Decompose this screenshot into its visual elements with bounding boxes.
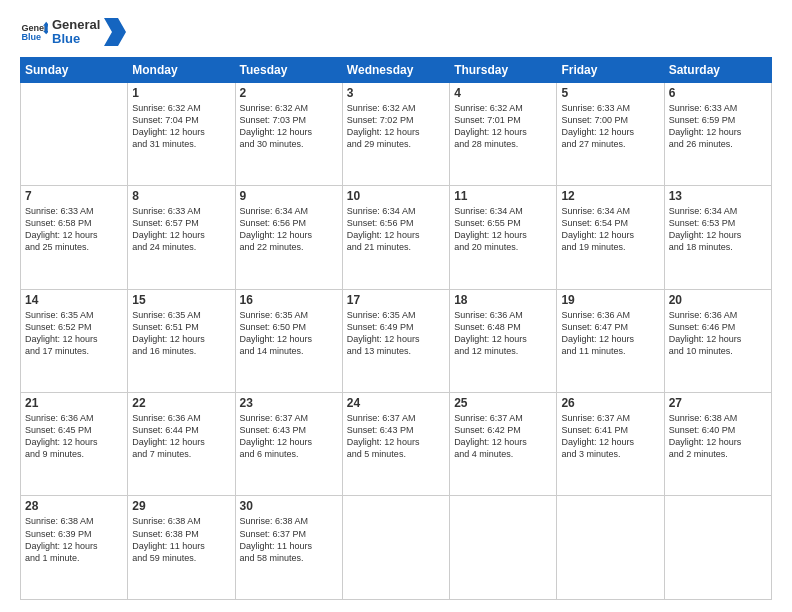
day-number: 17 <box>347 293 445 307</box>
day-number: 7 <box>25 189 123 203</box>
calendar-cell: 25Sunrise: 6:37 AM Sunset: 6:42 PM Dayli… <box>450 393 557 496</box>
cell-sun-info: Sunrise: 6:32 AM Sunset: 7:02 PM Dayligh… <box>347 102 445 151</box>
day-number: 1 <box>132 86 230 100</box>
day-number: 20 <box>669 293 767 307</box>
day-number: 26 <box>561 396 659 410</box>
cell-sun-info: Sunrise: 6:38 AM Sunset: 6:38 PM Dayligh… <box>132 515 230 564</box>
cell-sun-info: Sunrise: 6:35 AM Sunset: 6:52 PM Dayligh… <box>25 309 123 358</box>
logo-icon: General Blue <box>20 18 48 46</box>
calendar-cell: 21Sunrise: 6:36 AM Sunset: 6:45 PM Dayli… <box>21 393 128 496</box>
day-number: 22 <box>132 396 230 410</box>
calendar-cell: 30Sunrise: 6:38 AM Sunset: 6:37 PM Dayli… <box>235 496 342 600</box>
day-number: 11 <box>454 189 552 203</box>
cell-sun-info: Sunrise: 6:35 AM Sunset: 6:50 PM Dayligh… <box>240 309 338 358</box>
calendar-cell: 22Sunrise: 6:36 AM Sunset: 6:44 PM Dayli… <box>128 393 235 496</box>
calendar-cell: 15Sunrise: 6:35 AM Sunset: 6:51 PM Dayli… <box>128 289 235 392</box>
calendar-cell <box>342 496 449 600</box>
calendar-cell: 10Sunrise: 6:34 AM Sunset: 6:56 PM Dayli… <box>342 186 449 289</box>
calendar-cell: 7Sunrise: 6:33 AM Sunset: 6:58 PM Daylig… <box>21 186 128 289</box>
cell-sun-info: Sunrise: 6:32 AM Sunset: 7:04 PM Dayligh… <box>132 102 230 151</box>
day-number: 5 <box>561 86 659 100</box>
logo-blue: Blue <box>52 32 100 46</box>
day-number: 27 <box>669 396 767 410</box>
day-number: 29 <box>132 499 230 513</box>
day-number: 19 <box>561 293 659 307</box>
calendar-cell: 13Sunrise: 6:34 AM Sunset: 6:53 PM Dayli… <box>664 186 771 289</box>
weekday-header-wednesday: Wednesday <box>342 57 449 82</box>
logo: General Blue General Blue <box>20 18 126 47</box>
day-number: 24 <box>347 396 445 410</box>
weekday-header-saturday: Saturday <box>664 57 771 82</box>
calendar-cell <box>664 496 771 600</box>
day-number: 10 <box>347 189 445 203</box>
cell-sun-info: Sunrise: 6:32 AM Sunset: 7:01 PM Dayligh… <box>454 102 552 151</box>
cell-sun-info: Sunrise: 6:35 AM Sunset: 6:51 PM Dayligh… <box>132 309 230 358</box>
svg-text:Blue: Blue <box>21 33 41 43</box>
cell-sun-info: Sunrise: 6:34 AM Sunset: 6:54 PM Dayligh… <box>561 205 659 254</box>
day-number: 8 <box>132 189 230 203</box>
calendar-cell: 27Sunrise: 6:38 AM Sunset: 6:40 PM Dayli… <box>664 393 771 496</box>
calendar-header-row: SundayMondayTuesdayWednesdayThursdayFrid… <box>21 57 772 82</box>
calendar-cell: 4Sunrise: 6:32 AM Sunset: 7:01 PM Daylig… <box>450 82 557 185</box>
logo-general: General <box>52 18 100 32</box>
day-number: 30 <box>240 499 338 513</box>
cell-sun-info: Sunrise: 6:37 AM Sunset: 6:41 PM Dayligh… <box>561 412 659 461</box>
calendar-cell: 23Sunrise: 6:37 AM Sunset: 6:43 PM Dayli… <box>235 393 342 496</box>
calendar-week-row: 1Sunrise: 6:32 AM Sunset: 7:04 PM Daylig… <box>21 82 772 185</box>
weekday-header-monday: Monday <box>128 57 235 82</box>
svg-marker-3 <box>104 18 126 46</box>
cell-sun-info: Sunrise: 6:32 AM Sunset: 7:03 PM Dayligh… <box>240 102 338 151</box>
weekday-header-friday: Friday <box>557 57 664 82</box>
calendar-cell: 28Sunrise: 6:38 AM Sunset: 6:39 PM Dayli… <box>21 496 128 600</box>
calendar-cell: 14Sunrise: 6:35 AM Sunset: 6:52 PM Dayli… <box>21 289 128 392</box>
cell-sun-info: Sunrise: 6:36 AM Sunset: 6:45 PM Dayligh… <box>25 412 123 461</box>
day-number: 2 <box>240 86 338 100</box>
calendar-cell: 3Sunrise: 6:32 AM Sunset: 7:02 PM Daylig… <box>342 82 449 185</box>
calendar-cell: 9Sunrise: 6:34 AM Sunset: 6:56 PM Daylig… <box>235 186 342 289</box>
cell-sun-info: Sunrise: 6:34 AM Sunset: 6:56 PM Dayligh… <box>240 205 338 254</box>
cell-sun-info: Sunrise: 6:38 AM Sunset: 6:39 PM Dayligh… <box>25 515 123 564</box>
cell-sun-info: Sunrise: 6:36 AM Sunset: 6:44 PM Dayligh… <box>132 412 230 461</box>
day-number: 12 <box>561 189 659 203</box>
cell-sun-info: Sunrise: 6:36 AM Sunset: 6:48 PM Dayligh… <box>454 309 552 358</box>
cell-sun-info: Sunrise: 6:35 AM Sunset: 6:49 PM Dayligh… <box>347 309 445 358</box>
calendar-cell: 26Sunrise: 6:37 AM Sunset: 6:41 PM Dayli… <box>557 393 664 496</box>
header: General Blue General Blue <box>20 18 772 47</box>
cell-sun-info: Sunrise: 6:33 AM Sunset: 6:59 PM Dayligh… <box>669 102 767 151</box>
calendar-cell: 1Sunrise: 6:32 AM Sunset: 7:04 PM Daylig… <box>128 82 235 185</box>
calendar-week-row: 14Sunrise: 6:35 AM Sunset: 6:52 PM Dayli… <box>21 289 772 392</box>
cell-sun-info: Sunrise: 6:34 AM Sunset: 6:53 PM Dayligh… <box>669 205 767 254</box>
calendar-cell: 2Sunrise: 6:32 AM Sunset: 7:03 PM Daylig… <box>235 82 342 185</box>
day-number: 23 <box>240 396 338 410</box>
calendar-cell: 24Sunrise: 6:37 AM Sunset: 6:43 PM Dayli… <box>342 393 449 496</box>
cell-sun-info: Sunrise: 6:37 AM Sunset: 6:43 PM Dayligh… <box>347 412 445 461</box>
day-number: 25 <box>454 396 552 410</box>
cell-sun-info: Sunrise: 6:34 AM Sunset: 6:55 PM Dayligh… <box>454 205 552 254</box>
calendar-cell: 29Sunrise: 6:38 AM Sunset: 6:38 PM Dayli… <box>128 496 235 600</box>
calendar-cell: 8Sunrise: 6:33 AM Sunset: 6:57 PM Daylig… <box>128 186 235 289</box>
day-number: 18 <box>454 293 552 307</box>
cell-sun-info: Sunrise: 6:34 AM Sunset: 6:56 PM Dayligh… <box>347 205 445 254</box>
day-number: 3 <box>347 86 445 100</box>
cell-sun-info: Sunrise: 6:38 AM Sunset: 6:37 PM Dayligh… <box>240 515 338 564</box>
cell-sun-info: Sunrise: 6:33 AM Sunset: 6:58 PM Dayligh… <box>25 205 123 254</box>
calendar-cell: 16Sunrise: 6:35 AM Sunset: 6:50 PM Dayli… <box>235 289 342 392</box>
day-number: 14 <box>25 293 123 307</box>
day-number: 15 <box>132 293 230 307</box>
calendar-cell <box>21 82 128 185</box>
weekday-header-tuesday: Tuesday <box>235 57 342 82</box>
calendar-cell: 5Sunrise: 6:33 AM Sunset: 7:00 PM Daylig… <box>557 82 664 185</box>
calendar-cell <box>557 496 664 600</box>
calendar-week-row: 21Sunrise: 6:36 AM Sunset: 6:45 PM Dayli… <box>21 393 772 496</box>
day-number: 21 <box>25 396 123 410</box>
calendar-cell: 19Sunrise: 6:36 AM Sunset: 6:47 PM Dayli… <box>557 289 664 392</box>
calendar-table: SundayMondayTuesdayWednesdayThursdayFrid… <box>20 57 772 600</box>
calendar-cell <box>450 496 557 600</box>
cell-sun-info: Sunrise: 6:36 AM Sunset: 6:47 PM Dayligh… <box>561 309 659 358</box>
calendar-cell: 20Sunrise: 6:36 AM Sunset: 6:46 PM Dayli… <box>664 289 771 392</box>
calendar-cell: 18Sunrise: 6:36 AM Sunset: 6:48 PM Dayli… <box>450 289 557 392</box>
cell-sun-info: Sunrise: 6:33 AM Sunset: 6:57 PM Dayligh… <box>132 205 230 254</box>
day-number: 6 <box>669 86 767 100</box>
calendar-week-row: 7Sunrise: 6:33 AM Sunset: 6:58 PM Daylig… <box>21 186 772 289</box>
calendar-cell: 12Sunrise: 6:34 AM Sunset: 6:54 PM Dayli… <box>557 186 664 289</box>
